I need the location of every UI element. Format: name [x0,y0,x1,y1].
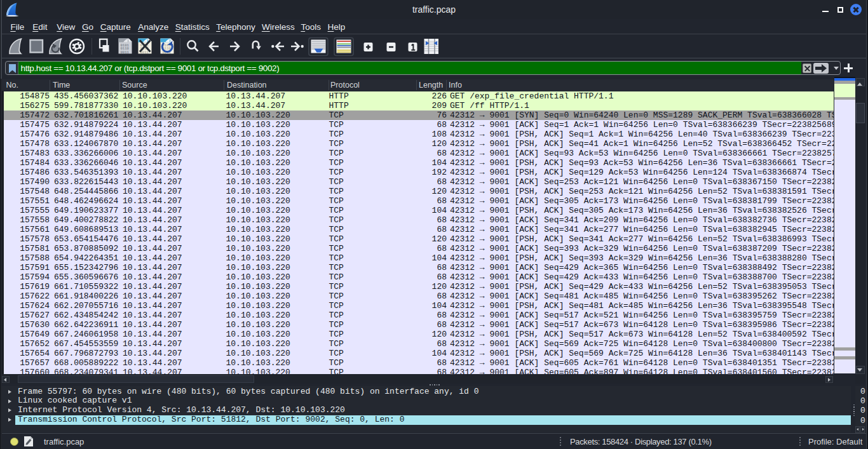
svg-text:0011: 0011 [121,50,130,55]
